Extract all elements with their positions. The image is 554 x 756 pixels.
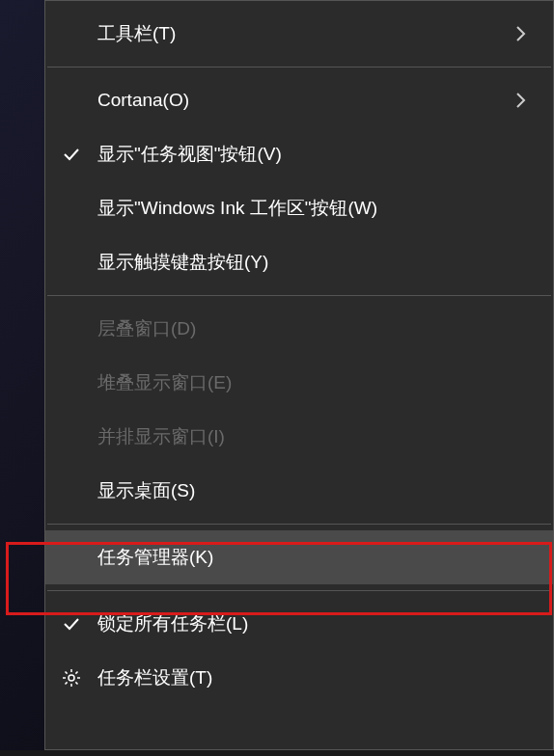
menu-separator [47,524,551,525]
menu-label: 任务管理器(K) [97,545,536,570]
desktop-background [0,0,48,756]
menu-label: 并排显示窗口(I) [97,424,536,449]
gear-icon [45,668,97,688]
menu-label: 显示"任务视图"按钮(V) [97,142,536,167]
menu-label: 层叠窗口(D) [97,316,536,341]
menu-separator [47,67,551,68]
menu-label: 堆叠显示窗口(E) [97,370,536,395]
menu-label: 任务栏设置(T) [97,665,536,690]
menu-item-cascade-windows: 层叠窗口(D) [45,302,553,356]
check-icon [45,615,97,633]
menu-label: 显示触摸键盘按钮(Y) [97,250,536,275]
menu-label: Cortana(O) [97,90,507,111]
svg-point-0 [69,675,74,681]
menu-label: 显示桌面(S) [97,478,536,503]
chevron-right-icon [507,25,536,42]
menu-item-toolbars[interactable]: 工具栏(T) [45,7,553,61]
menu-item-lock-taskbars[interactable]: 锁定所有任务栏(L) [45,597,553,651]
taskbar-context-menu: 工具栏(T) Cortana(O) 显示"任务视图"按钮(V) 显示"Windo… [44,0,554,750]
check-icon [45,146,97,163]
menu-item-taskbar-settings[interactable]: 任务栏设置(T) [45,651,553,705]
menu-label: 工具栏(T) [97,21,507,46]
menu-item-show-touch-keyboard[interactable]: 显示触摸键盘按钮(Y) [45,235,553,289]
menu-item-side-by-side: 并排显示窗口(I) [45,410,553,464]
menu-label: 锁定所有任务栏(L) [97,611,536,636]
chevron-right-icon [507,92,536,109]
menu-separator [47,590,551,591]
menu-item-task-manager[interactable]: 任务管理器(K) [45,530,553,584]
taskbar [0,750,554,756]
menu-item-show-taskview[interactable]: 显示"任务视图"按钮(V) [45,127,553,181]
menu-item-show-ink[interactable]: 显示"Windows Ink 工作区"按钮(W) [45,181,553,235]
menu-item-cortana[interactable]: Cortana(O) [45,73,553,127]
menu-item-stack-windows: 堆叠显示窗口(E) [45,356,553,410]
menu-separator [47,295,551,296]
menu-item-show-desktop[interactable]: 显示桌面(S) [45,464,553,518]
menu-label: 显示"Windows Ink 工作区"按钮(W) [97,196,536,221]
